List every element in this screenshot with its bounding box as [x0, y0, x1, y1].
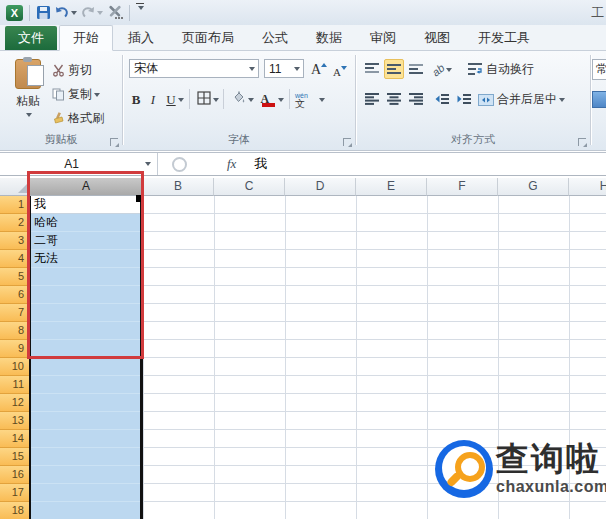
row-header-18[interactable]: 18 — [0, 502, 30, 519]
align-bottom-button[interactable] — [406, 59, 426, 79]
clipboard-dialog-launcher-icon[interactable] — [110, 138, 118, 146]
redo-dropdown-caret[interactable] — [97, 11, 103, 15]
shrink-font-button[interactable]: A — [331, 61, 349, 82]
more-commands-bar — [136, 3, 144, 4]
italic-button[interactable]: I — [147, 89, 159, 110]
cell-A14[interactable] — [31, 430, 140, 448]
underline-button[interactable]: U — [163, 89, 187, 110]
align-center-button[interactable] — [384, 89, 404, 109]
cut-button[interactable]: 剪切 — [52, 60, 92, 81]
cell-A13[interactable] — [31, 412, 140, 430]
bold-button[interactable]: B — [129, 89, 143, 110]
alignment-dialog-launcher-icon[interactable] — [578, 138, 586, 146]
row-header-15[interactable]: 15 — [0, 448, 30, 466]
orientation-button[interactable]: ab — [432, 59, 452, 80]
column-header-C[interactable]: C — [214, 178, 285, 196]
tab-页面布局[interactable]: 页面布局 — [169, 26, 247, 50]
copy-dropdown-caret[interactable] — [94, 93, 100, 97]
phonetic-caret[interactable] — [319, 98, 325, 102]
orientation-caret[interactable] — [446, 68, 452, 72]
column-header-D[interactable]: D — [285, 178, 356, 196]
increase-indent-button[interactable] — [454, 89, 474, 109]
phonetic-guide-button[interactable]: wén 文 — [295, 89, 325, 110]
cell-A15[interactable] — [31, 448, 140, 466]
align-top-button[interactable] — [362, 59, 382, 79]
tab-视图[interactable]: 视图 — [411, 26, 463, 50]
row-header-4[interactable]: 4 — [0, 250, 30, 268]
tab-file[interactable]: 文件 — [5, 26, 57, 50]
cell-A12[interactable] — [31, 394, 140, 412]
borders-button[interactable] — [195, 89, 221, 110]
row-header-14[interactable]: 14 — [0, 430, 30, 448]
column-header-E[interactable]: E — [356, 178, 427, 196]
row-header-13[interactable]: 13 — [0, 412, 30, 430]
insert-function-icon[interactable]: fx — [227, 156, 236, 172]
format-painter-button[interactable]: 格式刷 — [52, 108, 104, 129]
row-header-3[interactable]: 3 — [0, 232, 30, 250]
row-header-6[interactable]: 6 — [0, 286, 30, 304]
row-header-10[interactable]: 10 — [0, 358, 30, 376]
undo-button[interactable] — [55, 3, 77, 23]
column-header-F[interactable]: F — [427, 178, 498, 196]
tab-开始[interactable]: 开始 — [59, 25, 113, 51]
excel-logo-icon[interactable]: X — [6, 3, 23, 23]
formula-bar-content[interactable]: 我 — [254, 155, 267, 173]
column-header-H[interactable]: H — [569, 178, 606, 196]
row-header-5[interactable]: 5 — [0, 268, 30, 286]
paste-clipboard-icon — [15, 59, 41, 89]
cell-A18[interactable] — [31, 502, 140, 519]
more-commands-button[interactable] — [136, 3, 144, 23]
align-right-button[interactable] — [406, 89, 426, 109]
font-size-combobox[interactable]: 11 — [264, 59, 304, 78]
number-format-icon-partial[interactable] — [592, 91, 606, 108]
paste-button[interactable]: 粘贴 — [6, 57, 50, 127]
font-dialog-launcher-icon[interactable] — [343, 138, 351, 146]
paste-dropdown-caret[interactable] — [26, 113, 32, 117]
row-header-1[interactable]: 1 — [0, 196, 30, 214]
tab-公式[interactable]: 公式 — [249, 26, 301, 50]
watermark-domain: chaxunla.com — [496, 478, 606, 496]
copy-button[interactable]: 复制 — [52, 84, 100, 105]
row-header-2[interactable]: 2 — [0, 214, 30, 232]
cell-A10[interactable] — [31, 358, 140, 376]
align-middle-button[interactable] — [384, 59, 404, 79]
underline-caret[interactable] — [178, 98, 184, 102]
merge-center-caret[interactable] — [559, 98, 565, 102]
row-header-7[interactable]: 7 — [0, 304, 30, 322]
name-box-caret[interactable] — [145, 162, 151, 166]
undo-dropdown-caret[interactable] — [71, 11, 77, 15]
merge-center-button[interactable]: 合并后居中 — [478, 89, 565, 110]
wrap-text-button[interactable]: 自动换行 — [468, 59, 534, 80]
grow-font-button[interactable]: A — [310, 59, 328, 80]
align-left-button[interactable] — [362, 89, 382, 109]
font-color-caret[interactable] — [278, 98, 284, 102]
decrease-indent-button[interactable] — [432, 89, 452, 109]
borders-caret[interactable] — [213, 98, 219, 102]
cell-A16[interactable] — [31, 466, 140, 484]
column-header-B[interactable]: B — [143, 178, 214, 196]
cell-A11[interactable] — [31, 376, 140, 394]
fill-color-caret[interactable] — [248, 98, 254, 102]
fill-color-icon — [231, 91, 246, 108]
number-format-combobox-partial[interactable]: 常 — [592, 59, 606, 80]
redo-button[interactable] — [81, 3, 103, 23]
select-all-corner[interactable] — [0, 178, 30, 196]
font-name-combobox[interactable]: 宋体 — [129, 59, 259, 78]
save-icon[interactable] — [36, 3, 51, 23]
tab-数据[interactable]: 数据 — [303, 26, 355, 50]
fill-color-button[interactable] — [228, 89, 256, 110]
row-header-17[interactable]: 17 — [0, 484, 30, 502]
row-header-9[interactable]: 9 — [0, 340, 30, 358]
row-header-8[interactable]: 8 — [0, 322, 30, 340]
customize-tools-icon[interactable] — [107, 3, 123, 23]
font-color-button[interactable]: A — [258, 89, 286, 110]
row-header-16[interactable]: 16 — [0, 466, 30, 484]
cell-A17[interactable] — [31, 484, 140, 502]
row-header-11[interactable]: 11 — [0, 376, 30, 394]
column-header-G[interactable]: G — [498, 178, 569, 196]
row-header-12[interactable]: 12 — [0, 394, 30, 412]
tab-开发工具[interactable]: 开发工具 — [465, 26, 543, 50]
tab-插入[interactable]: 插入 — [115, 26, 167, 50]
excel-window: X 工 文件 开始插入页面布局公式数据审阅视图开发工具 — [0, 0, 606, 519]
tab-审阅[interactable]: 审阅 — [357, 26, 409, 50]
